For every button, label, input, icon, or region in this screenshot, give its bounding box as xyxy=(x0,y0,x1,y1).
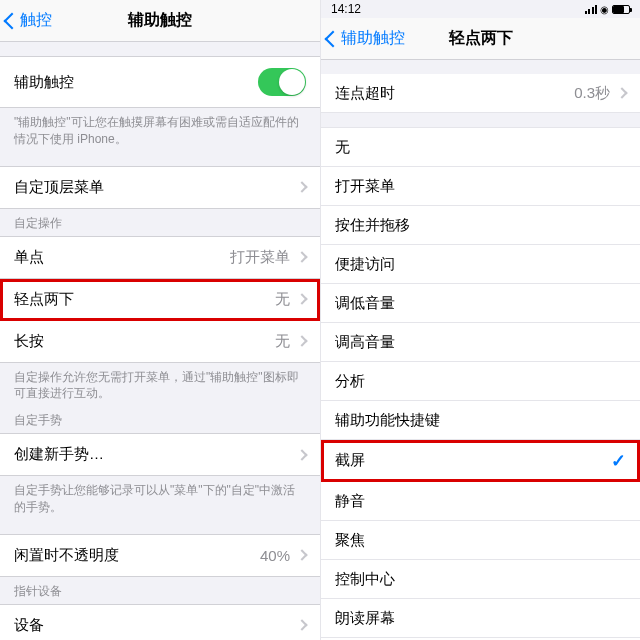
single-tap-row[interactable]: 单点 打开菜单 xyxy=(0,236,320,279)
action-option-list: 无打开菜单按住并拖移便捷访问调低音量调高音量分析辅助功能快捷键截屏✓静音聚焦控制… xyxy=(321,127,640,640)
option-label: 按住并拖移 xyxy=(335,216,410,235)
cell-label: 长按 xyxy=(14,332,44,351)
action-option[interactable]: 无 xyxy=(321,127,640,167)
option-label: 聚焦 xyxy=(335,531,365,550)
assistivetouch-label: 辅助触控 xyxy=(14,73,74,92)
custom-gestures-header: 自定手势 xyxy=(0,406,320,433)
action-option[interactable]: 静音 xyxy=(321,482,640,521)
pointer-devices-header: 指针设备 xyxy=(0,577,320,604)
chevron-right-icon xyxy=(296,181,307,192)
nav-title: 轻点两下 xyxy=(449,28,513,49)
action-option[interactable]: 分析 xyxy=(321,362,640,401)
wifi-icon: ◉ xyxy=(600,4,609,15)
back-button[interactable]: 触控 xyxy=(6,10,52,31)
action-option[interactable]: 打开菜单 xyxy=(321,167,640,206)
create-gesture[interactable]: 创建新手势… xyxy=(0,433,320,476)
cell-value: 0.3秒 xyxy=(574,84,610,103)
custom-actions-note: 自定操作允许您无需打开菜单，通过"辅助触控"图标即可直接进行互动。 xyxy=(0,363,320,407)
action-option[interactable]: 聚焦 xyxy=(321,521,640,560)
chevron-right-icon xyxy=(296,449,307,460)
action-option[interactable]: 朗读屏幕 xyxy=(321,599,640,638)
device-row[interactable]: 设备 xyxy=(0,604,320,640)
cell-label: 设备 xyxy=(14,616,44,635)
action-option[interactable]: 辅助功能快捷键 xyxy=(321,401,640,440)
option-label: 截屏 xyxy=(335,451,365,470)
chevron-left-icon xyxy=(325,30,342,47)
chevron-right-icon xyxy=(296,550,307,561)
chevron-right-icon xyxy=(296,335,307,346)
option-label: 打开菜单 xyxy=(335,177,395,196)
nav-bar: 触控 辅助触控 xyxy=(0,0,320,42)
action-option[interactable]: 便捷访问 xyxy=(321,245,640,284)
chevron-right-icon xyxy=(296,620,307,631)
status-time: 14:12 xyxy=(331,2,361,16)
cell-label: 单点 xyxy=(14,248,44,267)
cell-label: 闲置时不透明度 xyxy=(14,546,119,565)
option-label: 静音 xyxy=(335,492,365,511)
cell-label: 自定顶层菜单 xyxy=(14,178,104,197)
option-label: 朗读屏幕 xyxy=(335,609,395,628)
assistivetouch-toggle[interactable] xyxy=(258,68,306,96)
left-panel-assistivetouch: 触控 辅助触控 辅助触控 "辅助触控"可让您在触摸屏幕有困难或需自适应配件的情况… xyxy=(0,0,320,640)
signal-icon xyxy=(585,4,598,14)
customize-top-menu[interactable]: 自定顶层菜单 xyxy=(0,166,320,209)
custom-actions-header: 自定操作 xyxy=(0,209,320,236)
cell-value: 打开菜单 xyxy=(230,248,290,267)
option-label: 调高音量 xyxy=(335,333,395,352)
cell-value: 40% xyxy=(260,547,290,564)
back-button[interactable]: 辅助触控 xyxy=(327,28,405,49)
nav-bar: 辅助触控 轻点两下 xyxy=(321,18,640,60)
chevron-right-icon xyxy=(296,293,307,304)
chevron-right-icon xyxy=(616,87,627,98)
battery-icon xyxy=(612,5,630,14)
nav-title: 辅助触控 xyxy=(128,10,192,31)
cell-value: 无 xyxy=(275,332,290,351)
option-label: 辅助功能快捷键 xyxy=(335,411,440,430)
option-label: 分析 xyxy=(335,372,365,391)
option-label: 便捷访问 xyxy=(335,255,395,274)
right-panel-doubletap: 14:12 ◉ 辅助触控 轻点两下 连点超时 0.3秒 无打开菜单按住并拖移便捷… xyxy=(320,0,640,640)
cell-value: 无 xyxy=(275,290,290,309)
status-bar: 14:12 ◉ xyxy=(321,0,640,18)
cell-label: 轻点两下 xyxy=(14,290,74,309)
gestures-note: 自定手势让您能够记录可以从"菜单"下的"自定"中激活的手势。 xyxy=(0,476,320,520)
idle-opacity-row[interactable]: 闲置时不透明度 40% xyxy=(0,534,320,577)
chevron-left-icon xyxy=(4,12,21,29)
option-label: 无 xyxy=(335,138,350,157)
assistivetouch-note: "辅助触控"可让您在触摸屏幕有困难或需自适应配件的情况下使用 iPhone。 xyxy=(0,108,320,152)
action-option[interactable]: 调低音量 xyxy=(321,284,640,323)
double-tap-row[interactable]: 轻点两下 无 xyxy=(0,279,320,321)
back-label: 触控 xyxy=(20,10,52,31)
cell-label: 创建新手势… xyxy=(14,445,104,464)
checkmark-icon: ✓ xyxy=(611,450,626,472)
option-label: 控制中心 xyxy=(335,570,395,589)
cell-label: 连点超时 xyxy=(335,84,395,103)
option-label: 调低音量 xyxy=(335,294,395,313)
action-option[interactable]: 控制中心 xyxy=(321,560,640,599)
action-option[interactable]: 截屏✓ xyxy=(321,440,640,482)
status-icons: ◉ xyxy=(585,4,631,15)
assistivetouch-toggle-row[interactable]: 辅助触控 xyxy=(0,56,320,108)
chevron-right-icon xyxy=(296,251,307,262)
timeout-row[interactable]: 连点超时 0.3秒 xyxy=(321,74,640,113)
action-option[interactable]: 按住并拖移 xyxy=(321,206,640,245)
long-press-row[interactable]: 长按 无 xyxy=(0,321,320,363)
back-label: 辅助触控 xyxy=(341,28,405,49)
action-option[interactable]: 调高音量 xyxy=(321,323,640,362)
